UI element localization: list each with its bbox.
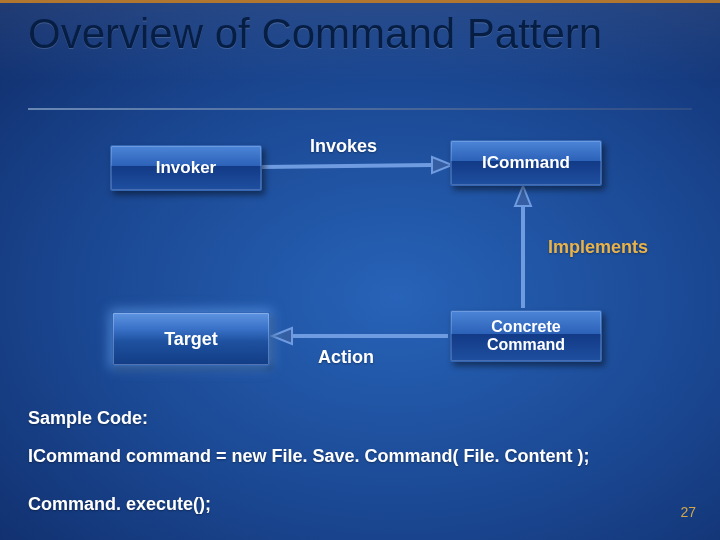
node-concrete-command: Concrete Command	[450, 310, 602, 362]
node-icommand: ICommand	[450, 140, 602, 186]
edge-label-invokes: Invokes	[310, 136, 377, 157]
edge-label-implements: Implements	[548, 237, 648, 258]
title-separator	[28, 108, 692, 110]
svg-marker-1	[432, 157, 452, 173]
sample-code-execute: Command. execute();	[28, 494, 211, 515]
svg-line-0	[262, 165, 432, 167]
node-invoker: Invoker	[110, 145, 262, 191]
edge-label-action: Action	[318, 347, 374, 368]
svg-marker-5	[272, 328, 292, 344]
node-target-label: Target	[164, 329, 218, 350]
slide-number: 27	[680, 504, 696, 520]
node-concrete-label: Concrete Command	[451, 318, 601, 353]
node-icommand-label: ICommand	[482, 153, 570, 173]
sample-code-heading: Sample Code:	[28, 408, 148, 429]
slide-title: Overview of Command Pattern	[28, 12, 692, 56]
node-target: Target	[112, 312, 270, 366]
svg-marker-3	[515, 186, 531, 206]
sample-code-line: ICommand command = new File. Save. Comma…	[28, 446, 590, 467]
node-invoker-label: Invoker	[156, 158, 216, 178]
